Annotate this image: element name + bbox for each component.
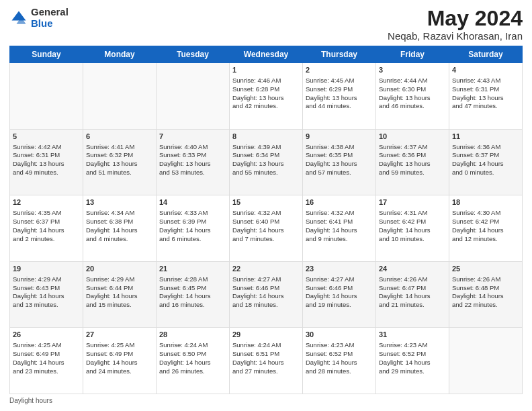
cell-info-line: Daylight: 13 hours [452, 94, 519, 103]
cell-info-line: and 42 minutes. [232, 102, 300, 111]
calendar-table: SundayMondayTuesdayWednesdayThursdayFrid… [9, 46, 523, 394]
cell-info-line: Sunset: 6:47 PM [379, 284, 446, 293]
cell-info-line: Sunrise: 4:36 AM [452, 143, 519, 152]
calendar-cell: 26Sunrise: 4:25 AMSunset: 6:49 PMDayligh… [10, 328, 83, 394]
cell-info-line: Daylight: 14 hours [232, 226, 300, 235]
cell-info-line: Daylight: 13 hours [306, 160, 373, 169]
day-number: 25 [452, 264, 519, 274]
day-number: 24 [379, 264, 446, 274]
cell-info-line: and 51 minutes. [86, 169, 153, 177]
calendar-cell: 13Sunrise: 4:34 AMSunset: 6:38 PMDayligh… [83, 195, 157, 262]
day-number: 22 [232, 264, 300, 274]
cell-info-line: and 55 minutes. [232, 169, 300, 177]
cell-info-line: Sunset: 6:39 PM [159, 218, 226, 226]
cell-info-line: Sunrise: 4:24 AM [159, 341, 226, 350]
cell-info-line: Sunset: 6:52 PM [379, 350, 446, 359]
cell-info-line: Sunrise: 4:28 AM [159, 275, 226, 284]
cell-info-line: and 49 minutes. [13, 169, 80, 177]
calendar-cell: 10Sunrise: 4:37 AMSunset: 6:36 PMDayligh… [376, 129, 449, 195]
cell-info-line: Sunset: 6:43 PM [13, 284, 80, 293]
cell-info-line: Sunset: 6:52 PM [306, 350, 373, 359]
calendar-cell: 9Sunrise: 4:38 AMSunset: 6:35 PMDaylight… [303, 129, 376, 195]
cell-info-line: Sunset: 6:32 PM [86, 151, 153, 160]
day-number: 14 [159, 197, 226, 208]
calendar-body: 1Sunrise: 4:46 AMSunset: 6:28 PMDaylight… [10, 63, 523, 394]
cell-info-line: and 22 minutes. [452, 301, 519, 310]
day-of-week-header: Tuesday [157, 46, 230, 63]
cell-info-line: Daylight: 13 hours [306, 94, 373, 103]
cell-info-line: Daylight: 14 hours [379, 292, 446, 301]
calendar-cell [449, 328, 523, 394]
cell-info-line: Sunrise: 4:25 AM [86, 341, 153, 350]
calendar-cell: 27Sunrise: 4:25 AMSunset: 6:49 PMDayligh… [83, 328, 157, 394]
cell-info-line: Daylight: 13 hours [13, 160, 80, 169]
cell-info-line: Sunset: 6:37 PM [452, 151, 519, 160]
cell-info-line: and 4 minutes. [86, 235, 153, 244]
cell-info-line: Daylight: 13 hours [159, 160, 226, 169]
cell-info-line: Daylight: 14 hours [86, 226, 153, 235]
header: General Blue May 2024 Neqab, Razavi Khor… [9, 7, 523, 42]
day-number: 12 [13, 197, 80, 208]
calendar-cell: 28Sunrise: 4:24 AMSunset: 6:50 PMDayligh… [157, 328, 230, 394]
cell-info-line: Sunset: 6:37 PM [13, 218, 80, 226]
cell-info-line: and 26 minutes. [159, 367, 226, 376]
cell-info-line: Sunset: 6:42 PM [379, 218, 446, 226]
cell-info-line: Sunset: 6:40 PM [232, 218, 300, 226]
day-number: 17 [379, 197, 446, 208]
cell-info-line: Daylight: 14 hours [13, 292, 80, 301]
cell-info-line: Sunrise: 4:30 AM [452, 209, 519, 218]
cell-info-line: Daylight: 14 hours [232, 292, 300, 301]
logo-icon [9, 9, 28, 28]
calendar-cell [83, 63, 157, 130]
cell-info-line: Sunrise: 4:29 AM [86, 275, 153, 284]
day-number: 10 [379, 132, 446, 142]
cell-info-line: and 28 minutes. [306, 367, 373, 376]
cell-info-line: Sunset: 6:41 PM [306, 218, 373, 226]
page: General Blue May 2024 Neqab, Razavi Khor… [0, 0, 532, 411]
cell-info-line: Sunset: 6:31 PM [452, 85, 519, 94]
cell-info-line: Sunrise: 4:27 AM [306, 275, 373, 284]
cell-info-line: Sunset: 6:35 PM [306, 151, 373, 160]
day-of-week-header: Wednesday [230, 46, 303, 63]
day-number: 2 [306, 65, 373, 75]
cell-info-line: Sunset: 6:29 PM [306, 85, 373, 94]
cell-info-line: and 19 minutes. [306, 301, 373, 310]
cell-info-line: Sunrise: 4:26 AM [379, 275, 446, 284]
cell-info-line: Daylight: 13 hours [232, 160, 300, 169]
cell-info-line: Sunrise: 4:25 AM [13, 341, 80, 350]
calendar-cell: 19Sunrise: 4:29 AMSunset: 6:43 PMDayligh… [10, 261, 83, 328]
day-number: 7 [159, 132, 226, 142]
cell-info-line: and 9 minutes. [306, 235, 373, 244]
calendar-cell: 5Sunrise: 4:42 AMSunset: 6:31 PMDaylight… [10, 129, 83, 195]
calendar-week-row: 19Sunrise: 4:29 AMSunset: 6:43 PMDayligh… [10, 261, 523, 328]
logo-text: General Blue [31, 7, 69, 29]
cell-info-line: Sunrise: 4:43 AM [452, 77, 519, 85]
day-number: 6 [86, 132, 153, 142]
calendar-cell: 30Sunrise: 4:23 AMSunset: 6:52 PMDayligh… [303, 328, 376, 394]
day-number: 16 [306, 197, 373, 208]
calendar-week-row: 12Sunrise: 4:35 AMSunset: 6:37 PMDayligh… [10, 195, 523, 262]
logo-blue: Blue [31, 18, 69, 30]
calendar-header: SundayMondayTuesdayWednesdayThursdayFrid… [10, 46, 523, 63]
day-number: 8 [232, 132, 300, 142]
calendar-cell: 31Sunrise: 4:23 AMSunset: 6:52 PMDayligh… [376, 328, 449, 394]
calendar-cell: 2Sunrise: 4:45 AMSunset: 6:29 PMDaylight… [303, 63, 376, 130]
cell-info-line: and 16 minutes. [159, 301, 226, 310]
calendar-cell: 4Sunrise: 4:43 AMSunset: 6:31 PMDaylight… [449, 63, 523, 130]
day-number: 18 [452, 197, 519, 208]
calendar-cell: 17Sunrise: 4:31 AMSunset: 6:42 PMDayligh… [376, 195, 449, 262]
calendar-week-row: 5Sunrise: 4:42 AMSunset: 6:31 PMDaylight… [10, 129, 523, 195]
calendar-week-row: 1Sunrise: 4:46 AMSunset: 6:28 PMDaylight… [10, 63, 523, 130]
cell-info-line: Daylight: 14 hours [13, 226, 80, 235]
cell-info-line: Sunrise: 4:39 AM [232, 143, 300, 152]
day-of-week-header: Sunday [10, 46, 83, 63]
cell-info-line: Sunset: 6:48 PM [452, 284, 519, 293]
cell-info-line: Daylight: 14 hours [86, 292, 153, 301]
title-block: May 2024 Neqab, Razavi Khorasan, Iran [388, 7, 523, 42]
cell-info-line: Sunrise: 4:42 AM [13, 143, 80, 152]
day-number: 27 [86, 330, 153, 340]
calendar-cell: 21Sunrise: 4:28 AMSunset: 6:45 PMDayligh… [157, 261, 230, 328]
cell-info-line: Sunrise: 4:41 AM [86, 143, 153, 152]
cell-info-line: and 0 minutes. [452, 169, 519, 177]
subtitle: Neqab, Razavi Khorasan, Iran [388, 30, 523, 42]
